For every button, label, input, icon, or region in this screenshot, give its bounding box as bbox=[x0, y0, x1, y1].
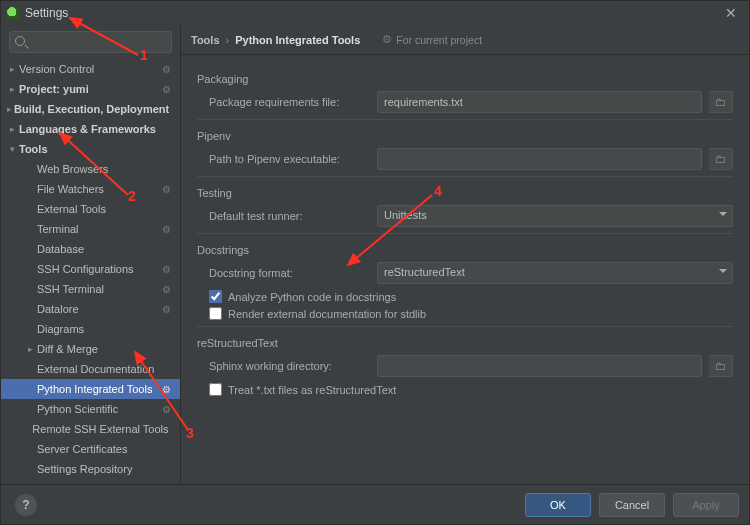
tree-item-languages-frameworks[interactable]: ▸Languages & Frameworks bbox=[1, 119, 180, 139]
tree-item-label: External Documentation bbox=[35, 363, 162, 375]
anno-3: 3 bbox=[186, 425, 194, 441]
pipenv-path-label: Path to Pipenv executable: bbox=[209, 153, 369, 165]
app-icon bbox=[7, 7, 19, 19]
tree-item-diagrams[interactable]: Diagrams bbox=[1, 319, 180, 339]
browse-icon[interactable]: 🗀 bbox=[709, 148, 733, 170]
pkg-req-label: Package requirements file: bbox=[209, 96, 369, 108]
tree-item-label: External Tools bbox=[35, 203, 162, 215]
tree-item-label: Python Integrated Tools bbox=[35, 383, 162, 395]
tree-item-tools[interactable]: ▾Tools bbox=[1, 139, 180, 159]
tree-item-external-tools[interactable]: External Tools bbox=[1, 199, 180, 219]
treat-txt-checkbox[interactable] bbox=[209, 383, 222, 396]
tree-item-label: Server Certificates bbox=[35, 443, 162, 455]
chevron-icon: ▸ bbox=[7, 84, 17, 94]
tree-item-label: Settings Repository bbox=[35, 463, 162, 475]
tree-item-label: Version Control bbox=[17, 63, 162, 75]
browse-icon[interactable]: 🗀 bbox=[709, 355, 733, 377]
section-testing: Testing bbox=[197, 187, 733, 199]
tree-item-build-execution-deployment[interactable]: ▸Build, Execution, Deployment bbox=[1, 99, 180, 119]
tree-item-label: Terminal bbox=[35, 223, 162, 235]
tree-item-database[interactable]: Database bbox=[1, 239, 180, 259]
tree-item-diff-merge[interactable]: ▸Diff & Merge bbox=[1, 339, 180, 359]
tree-item-datalore[interactable]: Datalore⚙ bbox=[1, 299, 180, 319]
gear-icon: ⚙ bbox=[162, 404, 176, 415]
row-treat-txt[interactable]: Treat *.txt files as reStructuredText bbox=[209, 383, 733, 396]
tree-item-settings-repository[interactable]: Settings Repository bbox=[1, 459, 180, 479]
tree-item-external-documentation[interactable]: External Documentation bbox=[1, 359, 180, 379]
tree-item-label: SSH Configurations bbox=[35, 263, 162, 275]
render-label: Render external documentation for stdlib bbox=[228, 308, 426, 320]
tree-item-ssh-terminal[interactable]: SSH Terminal⚙ bbox=[1, 279, 180, 299]
tree-item-web-browsers[interactable]: Web Browsers bbox=[1, 159, 180, 179]
apply-button[interactable]: Apply bbox=[673, 493, 739, 517]
analyze-checkbox[interactable] bbox=[209, 290, 222, 303]
divider bbox=[197, 119, 733, 120]
tree-item-terminal[interactable]: Terminal⚙ bbox=[1, 219, 180, 239]
tree-item-label: File Watchers bbox=[35, 183, 162, 195]
search-icon bbox=[15, 36, 25, 46]
tree-item-file-watchers[interactable]: File Watchers⚙ bbox=[1, 179, 180, 199]
divider bbox=[197, 176, 733, 177]
gear-icon: ⚙ bbox=[162, 64, 176, 75]
row-pipenv-path: Path to Pipenv executable: 🗀 bbox=[209, 148, 733, 170]
section-packaging: Packaging bbox=[197, 73, 733, 85]
row-analyze-docstrings[interactable]: Analyze Python code in docstrings bbox=[209, 290, 733, 303]
gear-icon: ⚙ bbox=[162, 84, 176, 95]
tree-item-label: Remote SSH External Tools bbox=[30, 423, 168, 435]
tree-item-label: Diff & Merge bbox=[35, 343, 162, 355]
gear-icon: ⚙ bbox=[162, 384, 176, 395]
settings-tree[interactable]: ▸Version Control⚙▸Project: yumi⚙▸Build, … bbox=[1, 57, 180, 484]
tree-item-python-integrated-tools[interactable]: Python Integrated Tools⚙ bbox=[1, 379, 180, 399]
breadcrumb-root: Tools bbox=[191, 34, 220, 46]
pipenv-path-field[interactable] bbox=[377, 148, 702, 170]
tree-item-python-scientific[interactable]: Python Scientific⚙ bbox=[1, 399, 180, 419]
test-runner-value: Unittests bbox=[377, 205, 733, 227]
scope-indicator: ⚙ For current project bbox=[382, 33, 482, 46]
row-test-runner: Default test runner: Unittests bbox=[209, 205, 733, 227]
treat-txt-label: Treat *.txt files as reStructuredText bbox=[228, 384, 396, 396]
tree-item-project-yumi[interactable]: ▸Project: yumi⚙ bbox=[1, 79, 180, 99]
tree-item-server-certificates[interactable]: Server Certificates bbox=[1, 439, 180, 459]
ok-button[interactable]: OK bbox=[525, 493, 591, 517]
test-runner-select[interactable]: Unittests bbox=[377, 205, 733, 227]
tree-item-version-control[interactable]: ▸Version Control⚙ bbox=[1, 59, 180, 79]
row-render-stdlib[interactable]: Render external documentation for stdlib bbox=[209, 307, 733, 320]
tree-item-label: Tools bbox=[17, 143, 162, 155]
row-sphinx-dir: Sphinx working directory: 🗀 bbox=[209, 355, 733, 377]
content-pane: Tools › Python Integrated Tools ⚙ For cu… bbox=[181, 25, 749, 484]
gear-icon: ⚙ bbox=[162, 304, 176, 315]
tree-item-label: Project: yumi bbox=[17, 83, 162, 95]
divider bbox=[197, 326, 733, 327]
tree-item-label: Languages & Frameworks bbox=[17, 123, 162, 135]
tree-item-ssh-configurations[interactable]: SSH Configurations⚙ bbox=[1, 259, 180, 279]
anno-1: 1 bbox=[140, 47, 148, 63]
test-runner-label: Default test runner: bbox=[209, 210, 369, 222]
docstring-format-select[interactable]: reStructuredText bbox=[377, 262, 733, 284]
tree-item-label: Diagrams bbox=[35, 323, 162, 335]
render-checkbox[interactable] bbox=[209, 307, 222, 320]
help-button[interactable]: ? bbox=[15, 494, 37, 516]
sphinx-dir-label: Sphinx working directory: bbox=[209, 360, 369, 372]
sphinx-dir-field[interactable] bbox=[377, 355, 702, 377]
main-area: ▸Version Control⚙▸Project: yumi⚙▸Build, … bbox=[1, 25, 749, 484]
pkg-req-field[interactable] bbox=[377, 91, 702, 113]
gear-icon: ⚙ bbox=[162, 224, 176, 235]
gear-icon: ⚙ bbox=[162, 284, 176, 295]
footer: ? OK Cancel Apply bbox=[1, 484, 749, 524]
section-docstrings: Docstrings bbox=[197, 244, 733, 256]
row-docstring-format: Docstring format: reStructuredText bbox=[209, 262, 733, 284]
gear-icon: ⚙ bbox=[382, 33, 392, 46]
tree-item-label: Build, Execution, Deployment bbox=[12, 103, 169, 115]
chevron-icon: ▸ bbox=[25, 344, 35, 354]
section-rst: reStructuredText bbox=[197, 337, 733, 349]
tree-item-remote-ssh-external-tools[interactable]: Remote SSH External Tools bbox=[1, 419, 180, 439]
cancel-button[interactable]: Cancel bbox=[599, 493, 665, 517]
window-title: Settings bbox=[25, 6, 719, 20]
divider bbox=[197, 233, 733, 234]
content-body: Packaging Package requirements file: 🗀 P… bbox=[181, 55, 749, 484]
content-header: Tools › Python Integrated Tools ⚙ For cu… bbox=[181, 25, 749, 55]
close-icon[interactable]: ✕ bbox=[719, 5, 743, 21]
browse-icon[interactable]: 🗀 bbox=[709, 91, 733, 113]
chevron-icon: ▾ bbox=[7, 144, 17, 154]
tree-item-label: Datalore bbox=[35, 303, 162, 315]
